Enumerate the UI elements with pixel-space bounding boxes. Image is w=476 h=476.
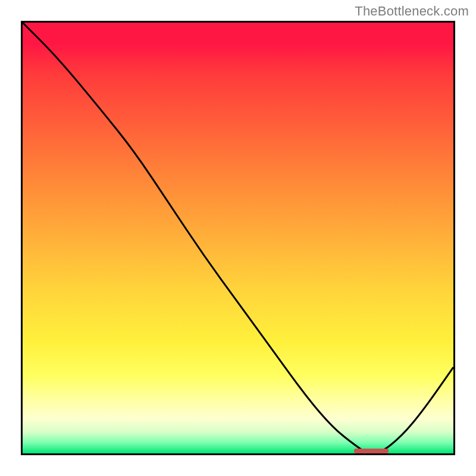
chart-frame: TheBottleneck.com xyxy=(0,0,476,476)
bottleneck-curve xyxy=(23,23,453,453)
optimal-range-marker xyxy=(354,449,389,453)
plot-area xyxy=(21,21,455,455)
watermark-text: TheBottleneck.com xyxy=(355,4,469,19)
curve-line xyxy=(23,23,453,453)
